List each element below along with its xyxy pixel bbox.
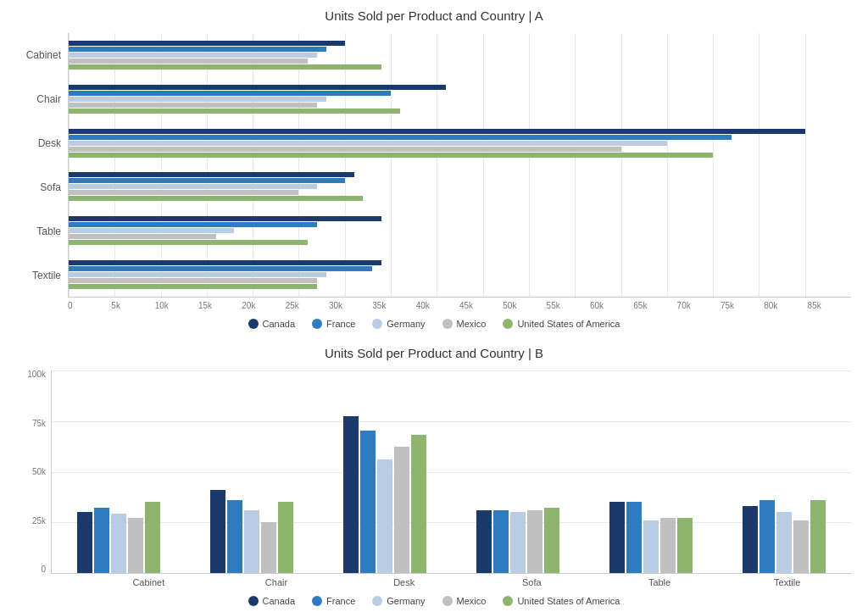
chart-b-group <box>718 500 851 573</box>
chart-a-x-tick: 25k <box>286 301 329 310</box>
legend-dot <box>503 319 513 329</box>
chart-a-bar <box>69 240 308 245</box>
chart-a-bar-wrap <box>69 184 851 189</box>
legend-item: Canada <box>248 319 296 329</box>
chart-b-bar <box>128 518 143 573</box>
chart-a-bar-wrap <box>69 196 851 201</box>
legend-item: Mexico <box>442 596 487 606</box>
chart-a-row <box>69 33 851 77</box>
chart-b-bar <box>394 447 409 573</box>
chart-a-x-tick: 60k <box>590 301 633 310</box>
legend-dot <box>372 319 382 329</box>
chart-b-x-label: Sofa <box>468 577 596 587</box>
chart-a-x-tick: 50k <box>503 301 546 310</box>
chart-a-x-axis: 05k10k15k20k25k30k35k40k45k50k55k60k65k7… <box>17 301 851 310</box>
chart-b-bar <box>111 514 126 573</box>
legend-label: United States of America <box>517 596 620 606</box>
legend-label: Germany <box>387 319 425 329</box>
chart-a-bar-wrap <box>69 190 851 195</box>
legend-dot <box>248 596 259 606</box>
chart-a-row-label: Textile <box>17 253 61 298</box>
chart-a-x-tick: 10k <box>155 301 198 310</box>
chart-a-bar-wrap <box>69 108 851 114</box>
chart-b-bar <box>244 510 259 573</box>
chart-a-bar <box>69 64 381 70</box>
legend-label: Canada <box>263 596 296 606</box>
legend-item: Germany <box>372 319 425 329</box>
chart-a-bar <box>69 234 216 239</box>
chart-a-row <box>69 209 851 253</box>
legend-label: United States of America <box>517 319 620 329</box>
chart-b-legend: CanadaFranceGermanyMexicoUnited States o… <box>17 596 851 606</box>
chart-a-bar-wrap <box>69 147 851 152</box>
chart-a-legend: CanadaFranceGermanyMexicoUnited States o… <box>17 319 851 329</box>
chart-b-group <box>52 502 185 573</box>
chart-b-bar <box>94 508 109 573</box>
chart-a-bar <box>69 47 326 52</box>
chart-b-y-tick: 75k <box>17 420 46 428</box>
chart-a-bar <box>69 172 354 177</box>
chart-a-bars <box>69 33 851 297</box>
legend-dot <box>248 319 259 329</box>
legend-label: Canada <box>263 319 296 329</box>
chart-a-bar-wrap <box>69 85 851 90</box>
chart-b-wrapper: 025k50k75k100k CabinetChairDeskSofaTable… <box>17 370 851 606</box>
legend-item: Germany <box>372 596 425 606</box>
chart-a-row <box>69 253 851 297</box>
chart-b-bar <box>493 510 509 573</box>
chart-b-bar <box>476 510 492 573</box>
chart-b-groups <box>52 370 851 573</box>
chart-a-bar-wrap <box>69 240 851 245</box>
chart-a-bar-wrap <box>69 278 851 283</box>
chart-a-x-tick: 75k <box>721 301 764 310</box>
chart-a-bar <box>69 108 400 114</box>
chart-b-bar <box>609 502 625 573</box>
chart-b-y-axis: 025k50k75k100k <box>17 370 51 574</box>
chart-a-container: Units Sold per Product and Country | A C… <box>17 8 851 329</box>
chart-a-bar-wrap <box>69 234 851 239</box>
chart-a-bar <box>69 91 391 96</box>
chart-a-bar <box>69 284 317 289</box>
chart-b-bar <box>227 500 242 573</box>
chart-a-bar <box>69 135 732 140</box>
chart-a-bar-wrap <box>69 47 851 52</box>
chart-b-bar <box>626 502 642 573</box>
chart-b-bar <box>643 520 659 573</box>
chart-b-bar <box>776 512 792 573</box>
legend-label: Germany <box>387 596 425 606</box>
chart-b-y-tick: 0 <box>17 565 46 574</box>
chart-a-bar <box>69 196 363 201</box>
chart-a-bar <box>69 147 621 152</box>
chart-a-x-tick: 0 <box>68 301 111 310</box>
chart-b-x-label: Table <box>596 577 724 587</box>
chart-b-group <box>452 508 585 573</box>
chart-a-bar-wrap <box>69 153 851 158</box>
chart-a-bar-wrap <box>69 178 851 183</box>
chart-a-bar-wrap <box>69 228 851 233</box>
chart-a-x-tick: 80k <box>764 301 807 310</box>
chart-a-bar-wrap <box>69 172 851 177</box>
chart-a-bar-wrap <box>69 222 851 227</box>
chart-a-bar <box>69 278 317 283</box>
chart-a-x-tick: 20k <box>242 301 285 310</box>
chart-b-bar <box>377 459 392 573</box>
chart-b-bar <box>510 512 526 573</box>
chart-b-body: 025k50k75k100k <box>17 370 851 574</box>
legend-dot <box>372 596 382 606</box>
legend-dot <box>442 596 453 606</box>
chart-a-bar <box>69 58 308 64</box>
chart-a-x-tick: 85k <box>808 301 851 310</box>
chart-a-bar-wrap <box>69 266 851 271</box>
chart-a-row-label: Desk <box>17 121 61 165</box>
chart-a-bar-wrap <box>69 53 851 58</box>
chart-a-bar <box>69 41 345 46</box>
chart-b-bar <box>411 435 426 573</box>
chart-a-bar <box>69 222 317 227</box>
legend-item: Mexico <box>442 319 487 329</box>
chart-a-row <box>69 164 851 209</box>
chart-a-x-tick: 65k <box>633 301 676 310</box>
chart-a-bar-wrap <box>69 58 851 64</box>
chart-a-bar <box>69 85 446 90</box>
chart-a-x-tick: 15k <box>198 301 242 310</box>
legend-label: Mexico <box>457 596 487 606</box>
